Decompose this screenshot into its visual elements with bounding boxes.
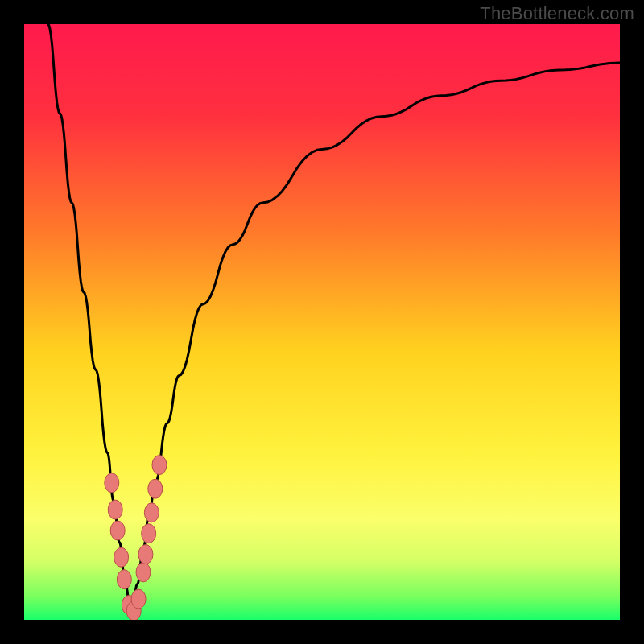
data-marker — [144, 503, 159, 522]
data-marker — [117, 570, 131, 589]
data-marker — [105, 473, 119, 493]
bottleneck-curve — [48, 24, 620, 620]
data-marker — [142, 524, 156, 543]
watermark-text: TheBottleneck.com — [480, 3, 634, 24]
chart-frame: TheBottleneck.com — [0, 0, 644, 644]
data-marker — [110, 521, 125, 540]
data-marker — [131, 589, 146, 609]
data-marker — [152, 456, 167, 475]
curve-layer — [24, 24, 620, 620]
data-marker — [136, 563, 151, 582]
data-marker — [108, 500, 122, 519]
data-marker — [114, 547, 129, 567]
data-marker — [148, 479, 163, 498]
data-marker — [138, 545, 153, 564]
plot-area — [24, 24, 620, 620]
